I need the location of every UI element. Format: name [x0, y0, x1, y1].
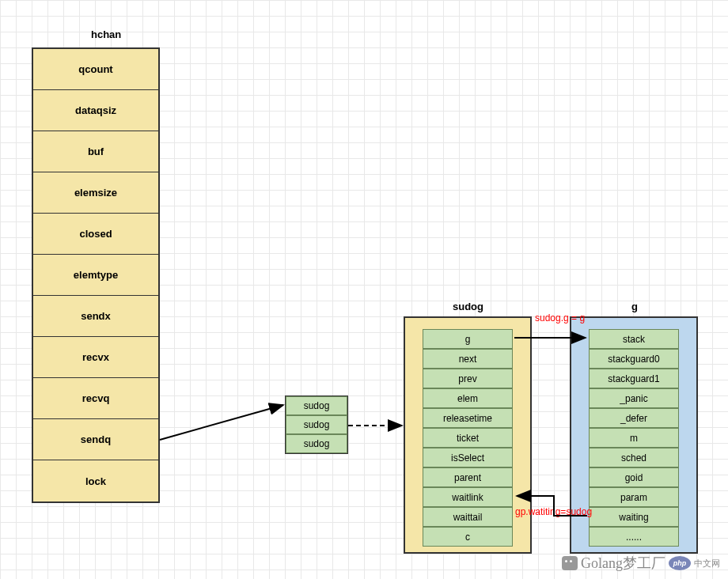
sudog-field: elem: [423, 388, 513, 408]
hchan-field: sendx: [33, 296, 158, 337]
sudog-item: sudog: [286, 415, 347, 434]
g-field: param: [589, 487, 679, 507]
hchan-field: elemsize: [33, 172, 158, 214]
wechat-icon: [562, 556, 578, 570]
sudog-field: ticket: [423, 428, 513, 448]
watermark: Golang梦工厂 php 中文网: [562, 554, 720, 573]
hchan-field: recvq: [33, 378, 158, 419]
hchan-field: dataqsiz: [33, 90, 158, 131]
sudog-item: sudog: [286, 434, 347, 453]
g-field: ......: [589, 527, 679, 547]
g-field: sched: [589, 448, 679, 467]
watermark-text: Golang梦工厂: [581, 554, 665, 573]
sudog-field-waitlink: waitlink: [423, 487, 513, 507]
hchan-field: elemtype: [33, 255, 158, 296]
g-field-waiting: waiting: [589, 507, 679, 527]
hchan-field: qcount: [33, 49, 158, 90]
sudog-field: next: [423, 349, 513, 369]
sudog-field: parent: [423, 467, 513, 487]
sudog-struct: g next prev elem releasetime ticket isSe…: [404, 316, 532, 554]
sudog-field: prev: [423, 369, 513, 388]
g-field: m: [589, 428, 679, 448]
hchan-field: recvx: [33, 337, 158, 378]
label-sudog-g: sudog.g = g: [535, 312, 585, 324]
hchan-field: buf: [33, 131, 158, 172]
g-struct: stack stackguard0 stackguard1 _panic _de…: [570, 316, 698, 554]
sudog-field: isSelect: [423, 448, 513, 467]
g-title: g: [631, 301, 638, 312]
sudog-field: c: [423, 527, 513, 547]
hchan-struct: qcount dataqsiz buf elemsize closed elem…: [32, 47, 160, 503]
php-logo-icon: php: [669, 556, 691, 570]
label-gp-waiting: gp.watiting=sudog: [515, 506, 592, 517]
sudog-field: releasetime: [423, 408, 513, 428]
g-field: stackguard0: [589, 349, 679, 369]
hchan-field: lock: [33, 460, 158, 501]
sudog-field: waittail: [423, 507, 513, 527]
sudog-queue: sudog sudog sudog: [285, 395, 348, 454]
g-field: _defer: [589, 408, 679, 428]
g-field: goid: [589, 467, 679, 487]
g-field: stack: [589, 329, 679, 349]
hchan-field-sendq: sendq: [33, 419, 158, 460]
hchan-title: hchan: [91, 28, 121, 40]
svg-line-1: [160, 405, 283, 440]
watermark-sub: 中文网: [694, 558, 720, 570]
g-field: _panic: [589, 388, 679, 408]
hchan-field: closed: [33, 214, 158, 255]
sudog-item: sudog: [286, 396, 347, 415]
g-field: stackguard1: [589, 369, 679, 388]
sudog-field-g: g: [423, 329, 513, 349]
sudog-title: sudog: [453, 301, 483, 312]
